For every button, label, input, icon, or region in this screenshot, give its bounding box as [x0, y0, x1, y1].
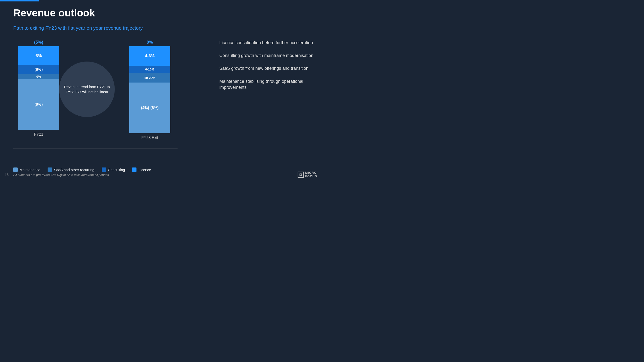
chart-area: (5%) (9%) 0% (8%) 6% FY21 Revenue trend … — [13, 37, 218, 163]
top-accent-bar — [0, 0, 39, 1]
insight-4: Maintenance stabilising through operatio… — [219, 78, 316, 90]
chart-legend: Maintenance SaaS and other recurring Con… — [13, 167, 151, 172]
legend-maintenance-box — [13, 167, 18, 172]
logo-icon — [298, 172, 304, 178]
insight-1: Licence consolidation before further acc… — [219, 40, 316, 46]
legend-saas-box — [48, 167, 52, 172]
insight-2: Consulting growth with mainframe moderni… — [219, 53, 316, 59]
fy21-bar-stack: (9%) 0% (8%) 6% — [18, 46, 59, 130]
legend-licence-box — [132, 167, 136, 172]
fy21-saas-segment: 0% — [18, 74, 59, 79]
trend-circle: Revenue trend from FY21 to FY23 Exit wil… — [59, 61, 115, 117]
chart-axis — [13, 148, 178, 148]
fy23-licence-segment: 4-6% — [129, 46, 170, 66]
fy21-bar-group: (5%) (9%) 0% (8%) 6% FY21 — [18, 40, 59, 137]
legend-saas-label: SaaS and other recurring — [54, 168, 94, 172]
fy23-bar-group: 0% (4%)-(6%) 10-20% 0-10% 4-6% FY23 Exit — [129, 40, 170, 140]
trend-circle-text: Revenue trend from FY21 to FY23 Exit wil… — [59, 82, 115, 97]
insights-panel: Licence consolidation before further acc… — [219, 40, 316, 97]
insight-4-text: Maintenance stabilising through operatio… — [219, 78, 316, 90]
fy21-total-label: (5%) — [34, 40, 43, 45]
fy23-axis-label: FY23 Exit — [141, 136, 158, 140]
logo-inner-icon — [300, 174, 302, 176]
legend-consulting: Consulting — [102, 167, 125, 172]
legend-licence-label: Licence — [138, 168, 151, 172]
insight-3: SaaS growth from new offerings and trans… — [219, 65, 316, 71]
fy23-maintenance-segment: (4%)-(6%) — [129, 82, 170, 133]
logo: MICROFOCUS — [298, 171, 318, 178]
fy23-bar-stack: (4%)-(6%) 10-20% 0-10% 4-6% — [129, 46, 170, 133]
fy21-licence-segment: 6% — [18, 46, 59, 65]
footnote: All numbers are pro-forma with Digital S… — [13, 173, 109, 177]
legend-saas: SaaS and other recurring — [48, 167, 94, 172]
fy21-maintenance-segment: (9%) — [18, 79, 59, 130]
fy23-saas-segment: 10-20% — [129, 73, 170, 82]
page-title: Revenue outlook — [13, 7, 95, 19]
fy23-total-label: 0% — [147, 40, 153, 45]
insight-3-text: SaaS growth from new offerings and trans… — [219, 65, 316, 71]
legend-licence: Licence — [132, 167, 151, 172]
fy21-consulting-segment: (8%) — [18, 65, 59, 74]
insight-1-text: Licence consolidation before further acc… — [219, 40, 316, 46]
legend-maintenance-label: Maintenance — [20, 168, 40, 172]
fy23-consulting-segment: 0-10% — [129, 66, 170, 73]
insight-2-text: Consulting growth with mainframe moderni… — [219, 53, 316, 59]
page-number: 13 — [5, 173, 9, 177]
legend-consulting-label: Consulting — [108, 168, 125, 172]
page-subtitle: Path to exiting FY23 with flat year on y… — [13, 25, 143, 31]
logo-text: MICROFOCUS — [305, 171, 318, 178]
legend-consulting-box — [102, 167, 106, 172]
legend-maintenance: Maintenance — [13, 167, 40, 172]
fy21-axis-label: FY21 — [34, 132, 43, 137]
